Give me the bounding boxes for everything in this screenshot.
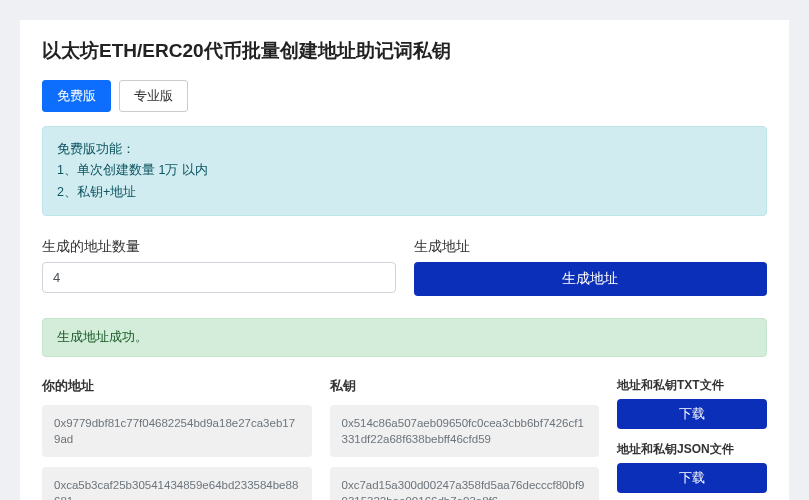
free-features-panel: 免费版功能： 1、单次创建数量 1万 以内 2、私钥+地址 [42, 126, 767, 216]
generate-button[interactable]: 生成地址 [414, 262, 768, 296]
info-line-1: 1、单次创建数量 1万 以内 [57, 160, 752, 181]
address-cell: 0xca5b3caf25b30541434859e64bd233584be886… [42, 467, 312, 500]
privatekey-cell: 0xc7ad15a300d00247a358fd5aa76decccf80bf9… [330, 467, 600, 500]
count-label: 生成的地址数量 [42, 238, 396, 256]
download-json-button[interactable]: 下载 [617, 463, 767, 493]
address-cell: 0x9779dbf81c77f04682254bd9a18e27ca3eb179… [42, 405, 312, 457]
count-input[interactable] [42, 262, 396, 293]
status-message: 生成地址成功。 [42, 318, 767, 357]
download-txt-button[interactable]: 下载 [617, 399, 767, 429]
privatekey-column-header: 私钥 [330, 377, 600, 395]
privatekey-cell: 0x514c86a507aeb09650fc0cea3cbb6bf7426cf1… [330, 405, 600, 457]
info-line-2: 2、私钥+地址 [57, 182, 752, 203]
download-json-label: 地址和私钥JSON文件 [617, 441, 767, 458]
generate-label: 生成地址 [414, 238, 768, 256]
version-tabs: 免费版 专业版 [42, 80, 767, 112]
page-title: 以太坊ETH/ERC20代币批量创建地址助记词私钥 [42, 38, 767, 64]
address-column-header: 你的地址 [42, 377, 312, 395]
download-txt-label: 地址和私钥TXT文件 [617, 377, 767, 394]
tab-free[interactable]: 免费版 [42, 80, 111, 112]
info-heading: 免费版功能： [57, 139, 752, 160]
tab-pro[interactable]: 专业版 [119, 80, 188, 112]
